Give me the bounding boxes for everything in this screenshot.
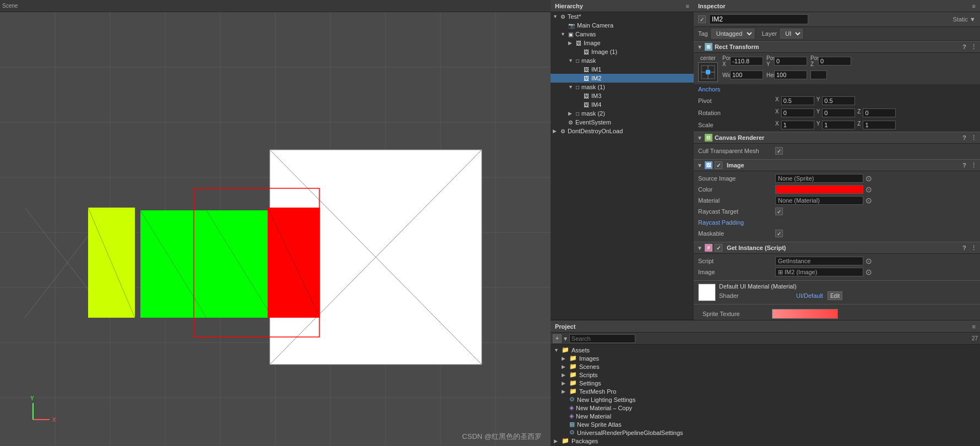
- hierarchy-item-label: Canvas: [575, 31, 596, 37]
- color-extra[interactable]: ⊙: [865, 185, 872, 194]
- hierarchy-item[interactable]: ▶ 🖼 Image: [551, 39, 694, 47]
- scale-x-input[interactable]: [781, 121, 814, 129]
- color-swatch[interactable]: [775, 185, 863, 194]
- project-item[interactable]: ◈ New Material: [552, 412, 979, 420]
- canvas-menu[interactable]: ⋮: [971, 134, 977, 142]
- image-menu[interactable]: ⋮: [971, 162, 977, 169]
- rot-x-input[interactable]: [781, 108, 814, 117]
- material-select[interactable]: ⊙: [865, 196, 872, 205]
- script-ref-value[interactable]: GetInstance: [775, 257, 863, 265]
- hierarchy-item[interactable]: ⚙ EventSystem: [551, 118, 694, 127]
- image-ref-select[interactable]: ⊙: [865, 268, 872, 276]
- hierarchy-item[interactable]: 🖼 IM3: [551, 91, 694, 100]
- hierarchy-item[interactable]: 📷 Main Camera: [551, 21, 694, 30]
- project-add-menu[interactable]: ▾: [564, 335, 567, 342]
- rot-z-input[interactable]: [863, 108, 896, 117]
- hierarchy-item[interactable]: ▼ ▣ Canvas: [551, 30, 694, 39]
- hierarchy-item[interactable]: ▼ □ mask: [551, 56, 694, 65]
- scene-canvas: X Y CSDN @红黑色的圣西罗: [0, 12, 551, 446]
- project-item[interactable]: ▼ 📁 Assets: [552, 346, 979, 354]
- project-item[interactable]: ⚙ UniversalRenderPipelineGlobalSettings: [552, 428, 979, 437]
- project-item[interactable]: ▶ 📁 TextMesh Pro: [552, 387, 979, 395]
- pos-y-input[interactable]: [774, 57, 807, 66]
- layer-select[interactable]: UI: [780, 29, 803, 39]
- script-menu[interactable]: ⋮: [971, 244, 977, 252]
- material-value[interactable]: None (Material): [775, 196, 863, 205]
- shader-value[interactable]: UI/Default: [796, 292, 823, 299]
- inspector-menu[interactable]: ≡: [972, 3, 976, 9]
- sprite-texture-preview[interactable]: [772, 309, 838, 319]
- script-help[interactable]: ?: [962, 244, 966, 251]
- raycast-padding-label[interactable]: Raycast Padding: [698, 219, 744, 226]
- scale-y-input[interactable]: [822, 121, 855, 129]
- project-item-label: New Material – Copy: [576, 405, 632, 411]
- image-expand-icon[interactable]: ▼: [697, 162, 703, 168]
- canvas-help[interactable]: ?: [962, 134, 966, 141]
- height-right-input[interactable]: [810, 70, 827, 79]
- hierarchy-item[interactable]: 🖼 IM2: [551, 74, 694, 83]
- project-item-label: Images: [579, 355, 599, 362]
- pos-z-input[interactable]: [818, 57, 851, 66]
- project-item[interactable]: ▶ 📁 Settings: [552, 379, 979, 387]
- width-input[interactable]: [730, 70, 763, 79]
- hierarchy-item[interactable]: ▶ □ mask (2): [551, 109, 694, 118]
- anchor-preset-icon[interactable]: [698, 62, 718, 82]
- project-item[interactable]: ◈ New Material – Copy: [552, 404, 979, 412]
- material-file-icon: ◈: [569, 412, 574, 420]
- tag-select[interactable]: Untagged: [711, 29, 754, 39]
- active-checkbox[interactable]: ✓: [698, 15, 706, 23]
- project-add-button[interactable]: +: [553, 334, 562, 343]
- object-name-input[interactable]: [709, 14, 808, 24]
- hierarchy-item-label: mask (1): [581, 84, 605, 90]
- hierarchy-item[interactable]: 🖼 IM4: [551, 100, 694, 109]
- project-item[interactable]: ▶ 📁 Scripts: [552, 371, 979, 379]
- height-input[interactable]: [774, 70, 807, 79]
- image-ref-value[interactable]: ⊞ IM2 (Image): [775, 268, 863, 276]
- shader-edit-button[interactable]: Edit: [827, 291, 842, 300]
- hierarchy-menu-icon[interactable]: ≡: [686, 3, 689, 9]
- rect-transform-body: center: [694, 53, 980, 84]
- image-enable-checkbox[interactable]: ✓: [715, 161, 722, 169]
- hierarchy-item[interactable]: ▼ □ mask (1): [551, 83, 694, 91]
- maskable-checkbox[interactable]: ✓: [775, 230, 783, 237]
- scale-z-input[interactable]: [863, 121, 896, 129]
- hierarchy-item[interactable]: ▶ ⚙ DontDestroyOnLoad: [551, 127, 694, 135]
- project-search-input[interactable]: [569, 334, 635, 343]
- pivot-x-input[interactable]: [781, 96, 814, 105]
- pivot-y-input[interactable]: [822, 96, 855, 105]
- project-item[interactable]: ▶ 📁 Scenes: [552, 362, 979, 371]
- pivot-label: Pivot: [698, 97, 775, 104]
- anchors-label[interactable]: Anchors: [698, 86, 720, 93]
- project-menu[interactable]: ≡: [972, 323, 976, 330]
- hierarchy-item[interactable]: 🖼 Image (1): [551, 47, 694, 56]
- rect-expand-icon[interactable]: ▼: [697, 44, 703, 50]
- source-image-select[interactable]: ⊙: [865, 174, 872, 183]
- cull-mesh-checkbox[interactable]: ✓: [775, 147, 783, 155]
- source-image-value[interactable]: None (Sprite): [775, 174, 863, 183]
- raycast-target-checkbox[interactable]: ✓: [775, 208, 783, 215]
- script-enable-checkbox[interactable]: ✓: [715, 244, 722, 252]
- canvas-expand-icon[interactable]: ▼: [697, 135, 703, 141]
- hierarchy-item[interactable]: ▼ ⚙ Test*: [551, 12, 694, 21]
- project-item[interactable]: ⚙ New Lighting Settings: [552, 395, 979, 404]
- canvas-renderer-icon: ⊟: [705, 134, 712, 142]
- project-item[interactable]: ▦ New Sprite Atlas: [552, 420, 979, 428]
- rot-y-input[interactable]: [822, 108, 855, 117]
- hierarchy-item-label: Main Camera: [577, 22, 613, 29]
- svg-text:Y: Y: [30, 395, 34, 401]
- script-expand-icon[interactable]: ▼: [697, 245, 703, 251]
- image-help[interactable]: ?: [962, 162, 966, 168]
- project-item[interactable]: ▶ 📁 Images: [552, 354, 979, 362]
- tree-arrow: ▶: [562, 356, 567, 361]
- tree-arrow: ▶: [562, 364, 567, 369]
- rect-transform-label: Rect Transform: [715, 43, 759, 50]
- pivot-x-axis: X: [775, 96, 779, 105]
- pos-x-input[interactable]: [730, 57, 763, 66]
- hierarchy-item[interactable]: 🖼 IM1: [551, 65, 694, 74]
- project-item[interactable]: ▶ 📁 Packages: [552, 437, 979, 445]
- pos-y-group: Pos Y: [766, 55, 807, 67]
- folder-icon: 📁: [569, 355, 577, 362]
- rect-menu[interactable]: ⋮: [971, 43, 977, 51]
- rect-help[interactable]: ?: [962, 43, 966, 50]
- script-select[interactable]: ⊙: [865, 257, 872, 265]
